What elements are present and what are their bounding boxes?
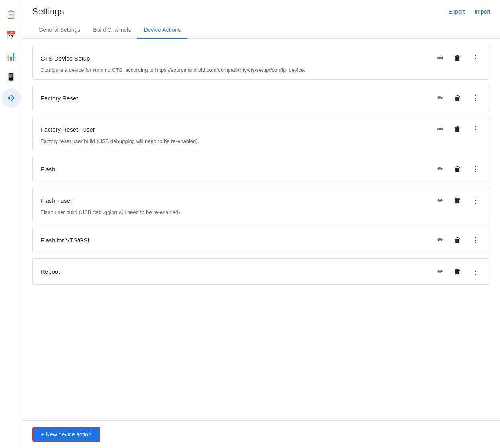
action-card-row: CTS Device Setup ✏ 🗑 ⋮ <box>41 52 482 65</box>
action-desc-factory-reset-user: Factory reset user build (USB debugging … <box>41 138 482 144</box>
tab-build-channels[interactable]: Build Channels <box>87 22 137 39</box>
clipboard-icon: 📋 <box>6 10 16 19</box>
action-icons-flash-user: ✏ 🗑 ⋮ <box>434 194 482 207</box>
action-name-reboot: Reboot <box>41 268 60 275</box>
delete-button-factory-reset-user[interactable]: 🗑 <box>451 123 464 136</box>
action-card-row: Flash - user ✏ 🗑 ⋮ <box>41 194 482 207</box>
action-card-cts: CTS Device Setup ✏ 🗑 ⋮ Configure a devic… <box>32 45 490 80</box>
trash-icon: 🗑 <box>454 54 461 63</box>
action-desc-cts: Configure a device for running CTS, acco… <box>41 67 482 73</box>
action-icons-factory-reset: ✏ 🗑 ⋮ <box>434 92 482 104</box>
action-card-row: Factory Reset ✏ 🗑 ⋮ <box>41 92 482 104</box>
pencil-icon: ✏ <box>437 125 443 134</box>
action-name-flash-user: Flash - user <box>41 197 72 204</box>
sidebar-item-settings[interactable]: ⚙ <box>2 88 21 108</box>
action-card-factory-reset-user: Factory Reset - user ✏ 🗑 ⋮ Factory reset… <box>32 116 490 151</box>
action-card-row: Reboot ✏ 🗑 ⋮ <box>41 265 482 278</box>
action-name-flash-vts: Flash for VTS/GSI <box>41 237 89 244</box>
delete-button-flash-user[interactable]: 🗑 <box>451 194 464 207</box>
tab-general[interactable]: General Settings <box>32 22 87 39</box>
more-button-factory-reset[interactable]: ⋮ <box>469 92 482 104</box>
trash-icon: 🗑 <box>454 267 461 276</box>
main-content: Settings Export Import General Settings … <box>22 0 500 448</box>
tab-device-actions[interactable]: Device Actions <box>137 22 187 39</box>
export-link[interactable]: Export <box>449 8 465 15</box>
action-icons-factory-reset-user: ✏ 🗑 ⋮ <box>434 123 482 136</box>
action-icons-cts: ✏ 🗑 ⋮ <box>434 52 482 65</box>
pencil-icon: ✏ <box>437 236 443 244</box>
action-desc-flash-user: Flash user build (USB debugging will nee… <box>41 209 482 215</box>
delete-button-flash-vts[interactable]: 🗑 <box>451 234 464 246</box>
pencil-icon: ✏ <box>437 196 443 205</box>
trash-icon: 🗑 <box>454 165 461 173</box>
sidebar: 📋 📅 📊 📱 ⚙ <box>0 0 22 448</box>
more-button-cts[interactable]: ⋮ <box>469 52 482 65</box>
sidebar-item-clipboard[interactable]: 📋 <box>2 5 21 24</box>
action-card-row: Flash ✏ 🗑 ⋮ <box>41 163 482 175</box>
trash-icon: 🗑 <box>454 125 461 134</box>
action-card-reboot: Reboot ✏ 🗑 ⋮ <box>32 258 490 285</box>
action-card-flash-user: Flash - user ✏ 🗑 ⋮ Flash user build (USB… <box>32 187 490 222</box>
delete-button-factory-reset[interactable]: 🗑 <box>451 92 464 104</box>
more-vert-icon: ⋮ <box>472 165 479 173</box>
edit-button-reboot[interactable]: ✏ <box>434 265 447 278</box>
header-actions: Export Import <box>449 8 490 15</box>
more-button-flash-vts[interactable]: ⋮ <box>469 234 482 246</box>
trash-icon: 🗑 <box>454 196 461 205</box>
edit-button-cts[interactable]: ✏ <box>434 52 447 65</box>
edit-button-flash[interactable]: ✏ <box>434 163 447 175</box>
more-vert-icon: ⋮ <box>472 94 479 102</box>
sidebar-item-phone[interactable]: 📱 <box>2 67 21 87</box>
action-card-factory-reset: Factory Reset ✏ 🗑 ⋮ <box>32 85 490 111</box>
more-vert-icon: ⋮ <box>472 196 479 205</box>
delete-button-cts[interactable]: 🗑 <box>451 52 464 65</box>
bottom-bar: + New device action <box>22 420 500 448</box>
edit-button-factory-reset[interactable]: ✏ <box>434 92 447 104</box>
sidebar-item-chart[interactable]: 📊 <box>2 47 21 66</box>
phone-icon: 📱 <box>6 72 16 82</box>
trash-icon: 🗑 <box>454 236 461 244</box>
pencil-icon: ✏ <box>437 94 443 102</box>
more-vert-icon: ⋮ <box>472 267 479 276</box>
action-name-factory-reset: Factory Reset <box>41 95 78 102</box>
edit-button-flash-vts[interactable]: ✏ <box>434 234 447 246</box>
page-title: Settings <box>32 6 64 17</box>
more-button-reboot[interactable]: ⋮ <box>469 265 482 278</box>
settings-icon: ⚙ <box>8 93 15 103</box>
more-button-flash[interactable]: ⋮ <box>469 163 482 175</box>
more-vert-icon: ⋮ <box>472 54 479 63</box>
edit-button-flash-user[interactable]: ✏ <box>434 194 447 207</box>
action-name-factory-reset-user: Factory Reset - user <box>41 126 95 133</box>
pencil-icon: ✏ <box>437 267 443 276</box>
more-button-flash-user[interactable]: ⋮ <box>469 194 482 207</box>
action-name-flash: Flash <box>41 166 55 173</box>
action-card-flash-vts: Flash for VTS/GSI ✏ 🗑 ⋮ <box>32 227 490 253</box>
page-header: Settings Export Import <box>22 0 500 17</box>
action-icons-flash-vts: ✏ 🗑 ⋮ <box>434 234 482 246</box>
more-vert-icon: ⋮ <box>472 125 479 134</box>
delete-button-flash[interactable]: 🗑 <box>451 163 464 175</box>
tabs-bar: General Settings Build Channels Device A… <box>22 22 500 39</box>
action-card-row: Flash for VTS/GSI ✏ 🗑 ⋮ <box>41 234 482 246</box>
more-vert-icon: ⋮ <box>472 236 479 244</box>
more-button-factory-reset-user[interactable]: ⋮ <box>469 123 482 136</box>
action-icons-flash: ✏ 🗑 ⋮ <box>434 163 482 175</box>
new-device-action-button[interactable]: + New device action <box>32 427 100 442</box>
action-card-row: Factory Reset - user ✏ 🗑 ⋮ <box>41 123 482 136</box>
content-area: CTS Device Setup ✏ 🗑 ⋮ Configure a devic… <box>22 39 500 420</box>
action-name-cts: CTS Device Setup <box>41 55 90 62</box>
import-link[interactable]: Import <box>474 8 490 15</box>
delete-button-reboot[interactable]: 🗑 <box>451 265 464 278</box>
pencil-icon: ✏ <box>437 165 443 173</box>
action-card-flash: Flash ✏ 🗑 ⋮ <box>32 156 490 182</box>
sidebar-item-calendar[interactable]: 📅 <box>2 26 21 45</box>
edit-button-factory-reset-user[interactable]: ✏ <box>434 123 447 136</box>
chart-icon: 📊 <box>6 51 16 61</box>
trash-icon: 🗑 <box>454 94 461 102</box>
calendar-icon: 📅 <box>6 31 16 40</box>
action-icons-reboot: ✏ 🗑 ⋮ <box>434 265 482 278</box>
pencil-icon: ✏ <box>437 54 443 63</box>
